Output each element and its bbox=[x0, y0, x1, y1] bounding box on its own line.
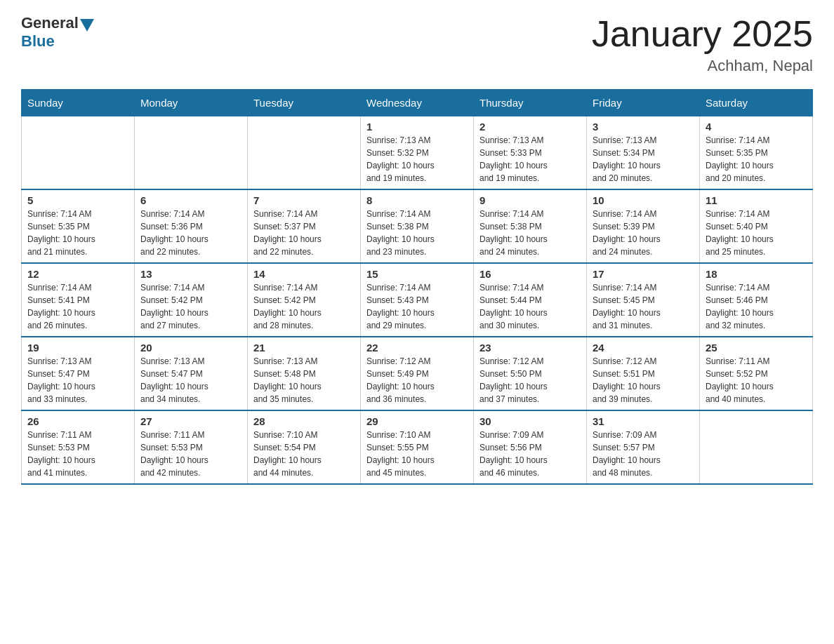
calendar-header-row: SundayMondayTuesdayWednesdayThursdayFrid… bbox=[22, 90, 813, 116]
day-info: Sunrise: 7:14 AMSunset: 5:35 PMDaylight:… bbox=[706, 134, 807, 185]
calendar-day-cell: 4Sunrise: 7:14 AMSunset: 5:35 PMDaylight… bbox=[700, 116, 813, 190]
calendar-week-row: 26Sunrise: 7:11 AMSunset: 5:53 PMDayligh… bbox=[22, 410, 813, 484]
day-info: Sunrise: 7:11 AMSunset: 5:53 PMDaylight:… bbox=[140, 429, 241, 479]
calendar-day-cell: 26Sunrise: 7:11 AMSunset: 5:53 PMDayligh… bbox=[22, 410, 135, 484]
day-number: 8 bbox=[366, 194, 468, 206]
calendar-day-header: Monday bbox=[135, 90, 248, 116]
day-info: Sunrise: 7:14 AMSunset: 5:46 PMDaylight:… bbox=[706, 281, 807, 332]
day-info: Sunrise: 7:14 AMSunset: 5:42 PMDaylight:… bbox=[253, 281, 355, 332]
calendar-day-cell bbox=[22, 116, 135, 190]
day-number: 10 bbox=[593, 194, 694, 206]
day-info: Sunrise: 7:10 AMSunset: 5:54 PMDaylight:… bbox=[253, 429, 355, 479]
page-title: January 2025 bbox=[592, 14, 813, 54]
day-number: 27 bbox=[140, 415, 241, 427]
day-number: 17 bbox=[593, 268, 694, 280]
day-info: Sunrise: 7:12 AMSunset: 5:51 PMDaylight:… bbox=[593, 355, 694, 405]
day-number: 15 bbox=[366, 268, 468, 280]
calendar-day-cell: 30Sunrise: 7:09 AMSunset: 5:56 PMDayligh… bbox=[474, 410, 587, 484]
day-info: Sunrise: 7:14 AMSunset: 5:38 PMDaylight:… bbox=[366, 208, 468, 258]
day-info: Sunrise: 7:13 AMSunset: 5:32 PMDaylight:… bbox=[366, 134, 468, 185]
day-number: 28 bbox=[253, 415, 355, 427]
day-info: Sunrise: 7:12 AMSunset: 5:49 PMDaylight:… bbox=[366, 355, 468, 405]
calendar-day-cell bbox=[248, 116, 361, 190]
calendar-day-cell: 27Sunrise: 7:11 AMSunset: 5:53 PMDayligh… bbox=[135, 410, 248, 484]
calendar-day-cell: 3Sunrise: 7:13 AMSunset: 5:34 PMDaylight… bbox=[587, 116, 700, 190]
day-info: Sunrise: 7:14 AMSunset: 5:42 PMDaylight:… bbox=[140, 281, 241, 332]
day-number: 1 bbox=[366, 121, 468, 133]
day-info: Sunrise: 7:11 AMSunset: 5:53 PMDaylight:… bbox=[27, 429, 128, 479]
calendar-day-cell: 21Sunrise: 7:13 AMSunset: 5:48 PMDayligh… bbox=[248, 337, 361, 410]
day-number: 16 bbox=[479, 268, 581, 280]
day-info: Sunrise: 7:13 AMSunset: 5:33 PMDaylight:… bbox=[479, 134, 581, 185]
day-info: Sunrise: 7:14 AMSunset: 5:45 PMDaylight:… bbox=[593, 281, 694, 332]
day-number: 24 bbox=[593, 342, 694, 354]
calendar-day-cell: 14Sunrise: 7:14 AMSunset: 5:42 PMDayligh… bbox=[248, 263, 361, 337]
calendar-day-cell bbox=[700, 410, 813, 484]
day-info: Sunrise: 7:14 AMSunset: 5:41 PMDaylight:… bbox=[27, 281, 128, 332]
calendar-day-cell: 7Sunrise: 7:14 AMSunset: 5:37 PMDaylight… bbox=[248, 189, 361, 263]
logo-blue-text: Blue bbox=[21, 32, 55, 51]
day-number: 4 bbox=[706, 121, 807, 133]
day-info: Sunrise: 7:14 AMSunset: 5:44 PMDaylight:… bbox=[479, 281, 581, 332]
day-info: Sunrise: 7:13 AMSunset: 5:47 PMDaylight:… bbox=[140, 355, 241, 405]
calendar-day-cell: 13Sunrise: 7:14 AMSunset: 5:42 PMDayligh… bbox=[135, 263, 248, 337]
page-subtitle: Achham, Nepal bbox=[592, 57, 813, 75]
day-info: Sunrise: 7:14 AMSunset: 5:38 PMDaylight:… bbox=[479, 208, 581, 258]
calendar-day-cell: 20Sunrise: 7:13 AMSunset: 5:47 PMDayligh… bbox=[135, 337, 248, 410]
day-number: 20 bbox=[140, 342, 241, 354]
calendar-day-cell: 1Sunrise: 7:13 AMSunset: 5:32 PMDaylight… bbox=[361, 116, 474, 190]
calendar-day-cell: 10Sunrise: 7:14 AMSunset: 5:39 PMDayligh… bbox=[587, 189, 700, 263]
day-number: 7 bbox=[253, 194, 355, 206]
day-info: Sunrise: 7:14 AMSunset: 5:36 PMDaylight:… bbox=[140, 208, 241, 258]
day-number: 6 bbox=[140, 194, 241, 206]
day-number: 29 bbox=[366, 415, 468, 427]
calendar-day-header: Thursday bbox=[474, 90, 587, 116]
day-info: Sunrise: 7:14 AMSunset: 5:39 PMDaylight:… bbox=[593, 208, 694, 258]
calendar-day-cell: 15Sunrise: 7:14 AMSunset: 5:43 PMDayligh… bbox=[361, 263, 474, 337]
day-info: Sunrise: 7:13 AMSunset: 5:47 PMDaylight:… bbox=[27, 355, 128, 405]
logo: General Blue bbox=[21, 14, 95, 51]
day-info: Sunrise: 7:13 AMSunset: 5:34 PMDaylight:… bbox=[593, 134, 694, 185]
day-number: 22 bbox=[366, 342, 468, 354]
day-info: Sunrise: 7:09 AMSunset: 5:56 PMDaylight:… bbox=[479, 429, 581, 479]
calendar-week-row: 1Sunrise: 7:13 AMSunset: 5:32 PMDaylight… bbox=[22, 116, 813, 190]
day-info: Sunrise: 7:13 AMSunset: 5:48 PMDaylight:… bbox=[253, 355, 355, 405]
calendar-day-cell: 12Sunrise: 7:14 AMSunset: 5:41 PMDayligh… bbox=[22, 263, 135, 337]
day-number: 26 bbox=[27, 415, 128, 427]
day-info: Sunrise: 7:14 AMSunset: 5:43 PMDaylight:… bbox=[366, 281, 468, 332]
calendar-day-cell: 16Sunrise: 7:14 AMSunset: 5:44 PMDayligh… bbox=[474, 263, 587, 337]
day-number: 12 bbox=[27, 268, 128, 280]
calendar-day-header: Wednesday bbox=[361, 90, 474, 116]
day-number: 25 bbox=[706, 342, 807, 354]
calendar-day-cell: 25Sunrise: 7:11 AMSunset: 5:52 PMDayligh… bbox=[700, 337, 813, 410]
calendar-day-cell: 31Sunrise: 7:09 AMSunset: 5:57 PMDayligh… bbox=[587, 410, 700, 484]
calendar-day-header: Friday bbox=[587, 90, 700, 116]
day-number: 2 bbox=[479, 121, 581, 133]
calendar-day-header: Tuesday bbox=[248, 90, 361, 116]
calendar-day-cell: 28Sunrise: 7:10 AMSunset: 5:54 PMDayligh… bbox=[248, 410, 361, 484]
day-number: 18 bbox=[706, 268, 807, 280]
calendar-week-row: 19Sunrise: 7:13 AMSunset: 5:47 PMDayligh… bbox=[22, 337, 813, 410]
calendar-day-cell: 6Sunrise: 7:14 AMSunset: 5:36 PMDaylight… bbox=[135, 189, 248, 263]
day-info: Sunrise: 7:10 AMSunset: 5:55 PMDaylight:… bbox=[366, 429, 468, 479]
title-block: January 2025 Achham, Nepal bbox=[592, 14, 813, 75]
calendar-day-cell: 19Sunrise: 7:13 AMSunset: 5:47 PMDayligh… bbox=[22, 337, 135, 410]
calendar-day-cell: 5Sunrise: 7:14 AMSunset: 5:35 PMDaylight… bbox=[22, 189, 135, 263]
calendar-week-row: 5Sunrise: 7:14 AMSunset: 5:35 PMDaylight… bbox=[22, 189, 813, 263]
day-info: Sunrise: 7:14 AMSunset: 5:35 PMDaylight:… bbox=[27, 208, 128, 258]
day-number: 11 bbox=[706, 194, 807, 206]
calendar-day-header: Sunday bbox=[22, 90, 135, 116]
calendar-day-cell: 8Sunrise: 7:14 AMSunset: 5:38 PMDaylight… bbox=[361, 189, 474, 263]
day-number: 9 bbox=[479, 194, 581, 206]
logo-general-text: General bbox=[21, 14, 79, 32]
calendar-day-cell: 29Sunrise: 7:10 AMSunset: 5:55 PMDayligh… bbox=[361, 410, 474, 484]
calendar-day-cell: 18Sunrise: 7:14 AMSunset: 5:46 PMDayligh… bbox=[700, 263, 813, 337]
calendar-day-cell: 2Sunrise: 7:13 AMSunset: 5:33 PMDaylight… bbox=[474, 116, 587, 190]
day-number: 30 bbox=[479, 415, 581, 427]
day-number: 23 bbox=[479, 342, 581, 354]
calendar-table: SundayMondayTuesdayWednesdayThursdayFrid… bbox=[21, 89, 813, 485]
day-info: Sunrise: 7:09 AMSunset: 5:57 PMDaylight:… bbox=[593, 429, 694, 479]
calendar-day-cell: 11Sunrise: 7:14 AMSunset: 5:40 PMDayligh… bbox=[700, 189, 813, 263]
calendar-day-cell: 17Sunrise: 7:14 AMSunset: 5:45 PMDayligh… bbox=[587, 263, 700, 337]
day-number: 19 bbox=[27, 342, 128, 354]
